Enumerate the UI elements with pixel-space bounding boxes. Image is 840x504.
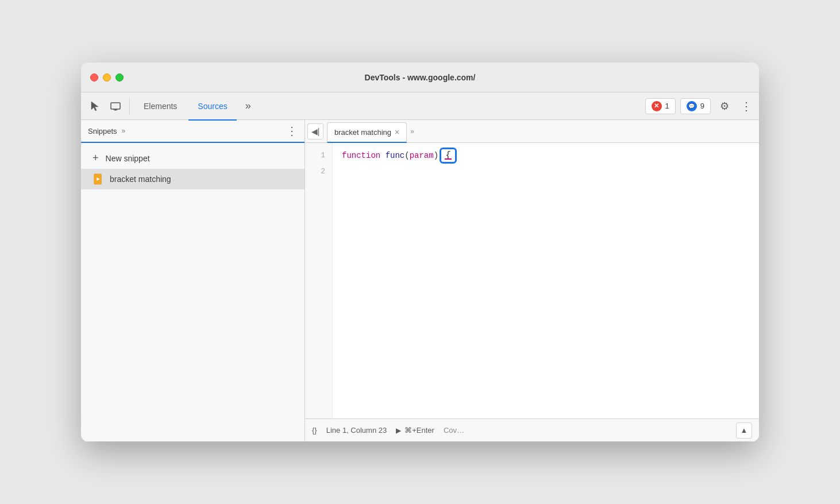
devtools-toolbar: Elements Sources » ✕ 1 💬 9 ⚙ ⋮ (81, 92, 759, 120)
tab-elements-label: Elements (144, 102, 177, 111)
more-panels-icon: » (245, 100, 251, 112)
messages-count: 9 (700, 102, 704, 110)
close-button[interactable] (90, 73, 98, 82)
line-numbers: 1 2 (305, 143, 333, 418)
code-content[interactable]: function func(param) { (333, 143, 759, 418)
more-tabs-icon[interactable]: » (410, 127, 414, 135)
messages-badge[interactable]: 💬 9 (680, 98, 711, 114)
toolbar-right: ✕ 1 💬 9 ⚙ ⋮ (645, 97, 754, 115)
snippet-item-label: bracket matching (110, 175, 171, 184)
new-snippet-button[interactable]: + New snippet (81, 148, 305, 169)
more-panels-button[interactable]: » (239, 97, 257, 115)
settings-icon: ⚙ (720, 100, 729, 113)
sidebar-context-menu-button[interactable]: ⋮ (286, 125, 298, 137)
close-paren: ) (434, 148, 438, 164)
errors-count: 1 (665, 102, 669, 110)
tab-elements[interactable]: Elements (134, 93, 186, 121)
position-text: Line 1, Column 23 (326, 426, 387, 435)
code-line-1: function func(param) { (342, 148, 750, 164)
open-brace-highlighted: { (440, 148, 457, 164)
message-icon: 💬 (687, 101, 697, 111)
cursor-icon[interactable] (86, 97, 104, 115)
more-menu-button[interactable]: ⋮ (738, 98, 754, 114)
line-number-1: 1 (305, 148, 332, 164)
editor-tab-label: bracket matching (334, 128, 391, 137)
collapse-icon: ◀| (311, 127, 320, 136)
more-menu-icon: ⋮ (741, 99, 752, 113)
error-icon: ✕ (652, 101, 662, 111)
tab-sources[interactable]: Sources (188, 93, 236, 121)
sidebar: Snippets » ⋮ + New snippet bracket (81, 120, 305, 441)
run-triangle-icon: ▶ (396, 427, 401, 435)
format-button[interactable]: {} (312, 426, 317, 435)
svg-rect-0 (111, 103, 120, 109)
cursor-position[interactable]: Line 1, Column 23 (326, 426, 387, 435)
tab-close-button[interactable]: × (395, 128, 399, 136)
coverage-label: Cov… (444, 426, 464, 435)
traffic-lights (90, 73, 124, 82)
snippet-file-icon (93, 173, 104, 185)
device-toggle-icon[interactable] (106, 97, 125, 115)
line-number-2: 2 (305, 164, 332, 180)
param-name: param (410, 148, 434, 164)
sidebar-header: Snippets » ⋮ (81, 120, 305, 143)
run-button[interactable]: ▶ ⌘+Enter (396, 426, 434, 435)
run-shortcut-label: ⌘+Enter (404, 426, 434, 435)
title-bar: DevTools - www.google.com/ (81, 63, 759, 92)
tab-sources-label: Sources (198, 102, 227, 111)
settings-button[interactable]: ⚙ (715, 97, 734, 115)
window-title: DevTools - www.google.com/ (365, 73, 476, 82)
status-bar: {} Line 1, Column 23 ▶ ⌘+Enter Cov… ▲ (305, 418, 759, 441)
devtools-window: DevTools - www.google.com/ Elements Sour… (81, 63, 759, 441)
collapse-sidebar-button[interactable]: ◀| (307, 123, 323, 139)
screenshot-icon: ▲ (741, 426, 748, 435)
screenshot-button[interactable]: ▲ (736, 422, 752, 439)
sidebar-more-panels-icon[interactable]: » (122, 127, 126, 135)
func-name: func (386, 148, 405, 164)
editor-tabs: ◀| bracket matching × » (305, 120, 759, 143)
format-icon: {} (312, 426, 317, 435)
toolbar-divider-1 (129, 98, 130, 114)
errors-badge[interactable]: ✕ 1 (645, 98, 676, 114)
plus-icon: + (93, 152, 99, 164)
maximize-button[interactable] (115, 73, 124, 82)
sidebar-title: Snippets (88, 127, 117, 135)
cursor-indicator (445, 158, 452, 160)
status-bar-right: ▲ (736, 422, 752, 439)
sidebar-body: + New snippet bracket matching (81, 143, 305, 441)
coverage-button[interactable]: Cov… (444, 426, 464, 435)
main-content: Snippets » ⋮ + New snippet bracket (81, 120, 759, 441)
snippet-item-bracket-matching[interactable]: bracket matching (81, 169, 305, 189)
editor-tab-bracket-matching[interactable]: bracket matching × (327, 122, 407, 143)
minimize-button[interactable] (103, 73, 111, 82)
keyword-function: function (342, 148, 380, 164)
open-paren: ( (404, 148, 409, 164)
code-line-2 (342, 164, 750, 180)
new-snippet-label: New snippet (106, 154, 150, 163)
editor-panel: ◀| bracket matching × » 1 2 function fun (305, 120, 759, 441)
code-area: 1 2 function func(param) { (305, 143, 759, 418)
